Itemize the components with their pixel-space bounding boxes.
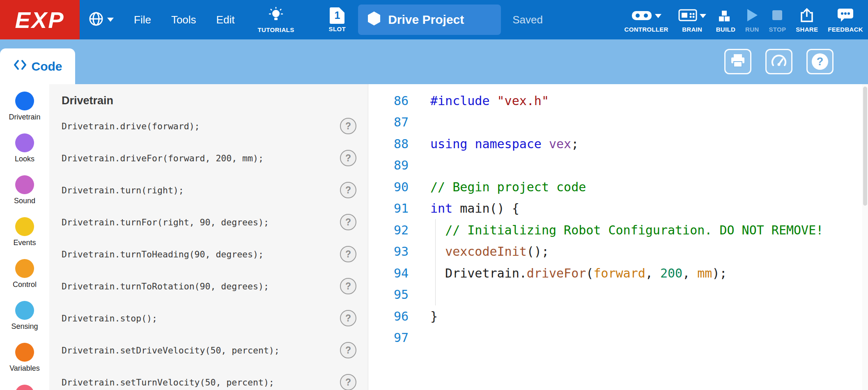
category-circle-icon <box>15 385 34 390</box>
slot-button[interactable]: 1 SLOT <box>329 7 346 32</box>
editor-scrollbar[interactable] <box>862 84 868 390</box>
category-sound[interactable]: Sound <box>14 175 35 205</box>
code-text: // Initializing Robot Configuration. DO … <box>409 223 823 237</box>
category-label: Sound <box>14 196 35 205</box>
editor-scrollbar-thumb[interactable] <box>863 87 867 206</box>
brain-icon <box>678 8 697 24</box>
command-help-button[interactable]: ? <box>340 342 356 358</box>
category-looks[interactable]: Looks <box>15 133 34 163</box>
dashboard-button[interactable] <box>765 49 792 74</box>
command-help-button[interactable]: ? <box>340 310 356 326</box>
menu-tools[interactable]: Tools <box>171 14 196 26</box>
tutorials-label: TUTORIALS <box>257 26 294 33</box>
toolbar: Code <box>0 39 868 84</box>
tab-code-label: Code <box>32 60 62 73</box>
command-item[interactable]: Drivetrain.turnToRotation(90, degrees);? <box>49 270 368 302</box>
controller-button[interactable]: CONTROLLER <box>625 7 668 33</box>
command-help-button[interactable]: ? <box>340 182 356 198</box>
command-text: Drivetrain.stop(); <box>62 313 157 323</box>
top-menu-bar: EXP FileToolsEdit <box>0 0 868 39</box>
code-text: vexcodeInit(); <box>409 244 549 259</box>
command-text: Drivetrain.turnFor(right, 90, degrees); <box>62 217 269 227</box>
command-item[interactable]: Drivetrain.turnFor(right, 90, degrees);? <box>49 206 368 238</box>
command-help-button[interactable]: ? <box>340 374 356 390</box>
code-line-90: 90// Begin project code <box>368 176 868 198</box>
command-help-button[interactable]: ? <box>340 150 356 166</box>
save-status: Saved <box>512 14 543 26</box>
code-line-91: 91int main() { <box>368 198 868 220</box>
stop-button[interactable]: STOP <box>769 7 786 33</box>
command-help-button[interactable]: ? <box>340 214 356 230</box>
code-line-86: 86#include "vex.h" <box>368 90 868 112</box>
slot-label: SLOT <box>329 25 346 32</box>
command-item[interactable]: Drivetrain.drive(forward);? <box>49 110 368 142</box>
command-help-button[interactable]: ? <box>340 246 356 262</box>
category-circle-icon <box>15 343 34 362</box>
category-variables[interactable]: Variables <box>9 343 40 373</box>
category-label: Drivetrain <box>9 112 40 122</box>
hexagon-icon <box>367 11 381 29</box>
brain-button[interactable]: BRAIN <box>678 7 706 33</box>
category-control[interactable]: Control <box>13 259 37 289</box>
menu-edit[interactable]: Edit <box>216 14 235 26</box>
category-events[interactable]: Events <box>13 217 36 247</box>
vexcode-window: EXP FileToolsEdit <box>0 0 868 390</box>
command-item[interactable]: Drivetrain.setDriveVelocity(50, percent)… <box>49 334 368 366</box>
line-number: 97 <box>368 330 409 345</box>
category-sensing[interactable]: Sensing <box>11 301 38 331</box>
category-label: Control <box>13 280 37 289</box>
code-line-88: 88using namespace vex; <box>368 133 868 155</box>
code-line-93: 93 vexcodeInit(); <box>368 241 868 263</box>
code-text: using namespace vex; <box>409 137 579 151</box>
topbar-actions: CONTROLLERBRAINBUILDRUNSTOPSHAREFEEDBACK <box>615 0 863 39</box>
action-label: STOP <box>769 26 786 33</box>
share-button[interactable]: SHARE <box>796 7 818 33</box>
command-item[interactable]: Drivetrain.setTurnVelocity(50, percent);… <box>49 366 368 390</box>
print-button[interactable] <box>724 49 751 74</box>
command-panel: Drivetrain Drivetrain.drive(forward);?Dr… <box>49 84 368 390</box>
toolbar-buttons: ? <box>724 49 834 74</box>
command-text: Drivetrain.driveFor(forward, 200, mm); <box>62 153 264 163</box>
build-button[interactable]: BUILD <box>716 7 735 33</box>
category-drivetrain[interactable]: Drivetrain <box>9 92 40 122</box>
action-label: BUILD <box>716 26 735 33</box>
code-text: Drivetrain.driveFor(forward, 200, mm); <box>409 266 727 280</box>
run-icon <box>746 8 758 24</box>
category-label: Looks <box>15 154 34 163</box>
slot-number: 1 <box>330 7 344 24</box>
run-button[interactable]: RUN <box>745 7 759 33</box>
code-text: #include "vex.h" <box>409 94 549 108</box>
command-list: Drivetrain.drive(forward);?Drivetrain.dr… <box>49 110 368 390</box>
tab-code[interactable]: Code <box>0 48 75 84</box>
code-text: } <box>409 309 438 323</box>
feedback-button[interactable]: FEEDBACK <box>828 7 863 33</box>
command-text: Drivetrain.drive(forward); <box>62 121 200 131</box>
line-number: 87 <box>368 115 409 129</box>
menu-file[interactable]: File <box>134 14 151 26</box>
command-text: Drivetrain.setDriveVelocity(50, percent)… <box>62 345 280 356</box>
code-lines: 86#include "vex.h"8788using namespace ve… <box>368 90 868 349</box>
category-circle-icon <box>15 259 34 278</box>
command-item[interactable]: Drivetrain.turn(right);? <box>49 174 368 206</box>
code-line-97: 97 <box>368 327 868 349</box>
category-8[interactable] <box>15 385 34 390</box>
action-label: CONTROLLER <box>625 26 668 33</box>
code-line-92: 92 // Initializing Robot Configuration. … <box>368 219 868 241</box>
printer-icon <box>730 53 746 70</box>
line-number: 94 <box>368 266 409 280</box>
chevron-down-icon <box>700 14 706 18</box>
action-label: RUN <box>745 26 759 33</box>
command-item[interactable]: Drivetrain.driveFor(forward, 200, mm);? <box>49 142 368 174</box>
share-icon <box>800 8 814 24</box>
language-button[interactable] <box>89 11 114 28</box>
category-circle-icon <box>15 301 34 320</box>
line-number: 93 <box>368 244 409 259</box>
command-help-button[interactable]: ? <box>340 278 356 294</box>
code-editor[interactable]: 86#include "vex.h"8788using namespace ve… <box>368 84 868 390</box>
command-item[interactable]: Drivetrain.turnToHeading(90, degrees);? <box>49 238 368 270</box>
project-name-button[interactable]: Drive Project <box>358 5 501 35</box>
command-help-button[interactable]: ? <box>340 118 356 134</box>
command-item[interactable]: Drivetrain.stop();? <box>49 302 368 334</box>
tutorials-button[interactable]: TUTORIALS <box>257 7 294 33</box>
help-button[interactable]: ? <box>806 49 834 74</box>
